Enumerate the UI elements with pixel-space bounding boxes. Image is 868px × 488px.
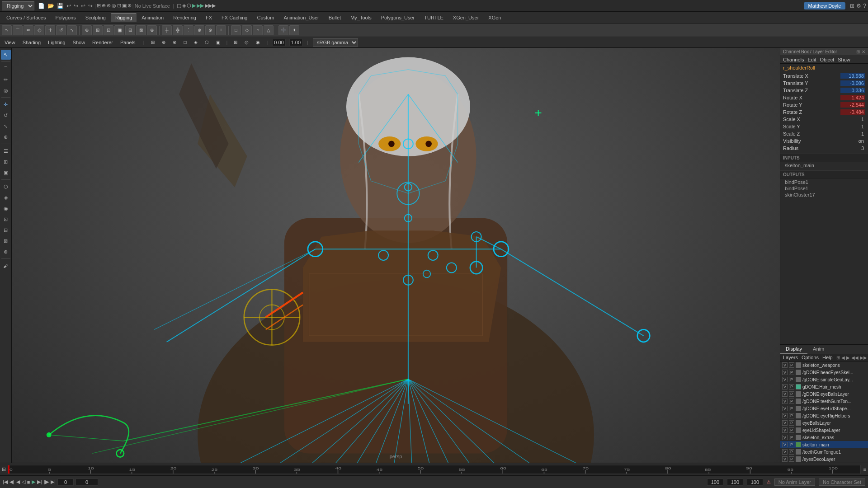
viewport[interactable]: Translate persp	[12, 48, 780, 463]
layer-help-menu[interactable]: Help	[822, 355, 833, 360]
layer-visibility-2[interactable]: V	[782, 377, 788, 382]
tl-icon1[interactable]: ⊞	[2, 466, 6, 472]
shelf-ik5-icon[interactable]: ⊠	[136, 25, 146, 35]
layer-pickable-3[interactable]: P	[789, 384, 794, 389]
shelf-ik3-icon[interactable]: ▣	[114, 25, 124, 35]
menu-icon7[interactable]: ⊛	[127, 3, 132, 9]
vt-val2[interactable]: 1.00	[289, 39, 302, 46]
channel-row-1[interactable]: Translate Y-0.086	[780, 80, 868, 87]
layer-visibility-6[interactable]: V	[782, 406, 788, 411]
shelf-scale-icon[interactable]: ⤡	[67, 25, 77, 35]
layer-pickable-11[interactable]: P	[789, 442, 794, 447]
settings-icon[interactable]: ⚙	[856, 3, 861, 9]
toolbar-icon-a[interactable]: ▢	[177, 3, 181, 9]
channel-value-4[interactable]: -2.544	[840, 102, 865, 108]
lp-icon2[interactable]: ◀	[841, 355, 845, 360]
cb-close-icon[interactable]: ✕	[862, 49, 865, 54]
layer-row-11[interactable]: VPskelton_main	[780, 441, 868, 448]
tab-xgen-user[interactable]: XGen_User	[448, 14, 483, 22]
no-anim-layer-badge[interactable]: No Anim Layer	[774, 479, 815, 486]
colorspace-dropdown[interactable]: sRGB gamma	[313, 38, 358, 47]
object-menu[interactable]: Object	[820, 57, 834, 62]
toolbar-icon-f[interactable]: ▶▶▶	[205, 3, 216, 9]
shelf-ik6-icon[interactable]: ⊛	[147, 25, 157, 35]
layer-visibility-0[interactable]: V	[782, 362, 788, 368]
layer-visibility-5[interactable]: V	[782, 399, 788, 404]
layer-row-9[interactable]: VPeyeLidShapeLayer	[780, 427, 868, 434]
tab-polygons[interactable]: Polygons	[51, 14, 80, 22]
render6-icon[interactable]: ⊠	[1, 236, 11, 246]
layer-pickable-2[interactable]: P	[789, 377, 794, 382]
tab-turtle[interactable]: TURTLE	[420, 14, 448, 22]
lasso-tool[interactable]: ⌒	[1, 64, 11, 74]
layers-menu[interactable]: Layers	[783, 355, 798, 360]
channel-value-3[interactable]: 1.424	[840, 95, 865, 100]
select-tool[interactable]: ↖	[1, 50, 11, 60]
channel-row-6[interactable]: Scale X1	[780, 116, 868, 123]
menu-icon2[interactable]: ⊕	[102, 3, 106, 9]
layer-pickable-6[interactable]: P	[789, 406, 794, 411]
rotate-tool[interactable]: ↺	[1, 110, 11, 120]
layout-icon[interactable]: ⊞	[850, 3, 854, 9]
start-frame-input[interactable]	[57, 479, 74, 486]
channels-menu[interactable]: Channels	[783, 57, 804, 62]
layer-visibility-1[interactable]: V	[782, 370, 788, 375]
toolbar-icon-b[interactable]: ◈	[182, 3, 186, 9]
layer-pickable-5[interactable]: P	[789, 399, 794, 404]
layer-row-8[interactable]: VPeyeBallsLayer	[780, 419, 868, 427]
channel-value-7[interactable]: 1	[840, 124, 865, 129]
shelf-con2-icon[interactable]: ╬	[173, 25, 183, 35]
tl-icon2[interactable]: ≡	[863, 467, 866, 472]
toolbar-icon-e[interactable]: ▶▶	[197, 3, 204, 9]
vt-icon9[interactable]: ◎	[243, 39, 250, 46]
undo2-icon[interactable]: ↩	[80, 2, 86, 9]
snap-icon[interactable]: ⊞	[1, 157, 11, 167]
play-back-btn[interactable]: ◁	[22, 479, 25, 485]
channel-row-8[interactable]: Scale Z1	[780, 130, 868, 137]
layer-visibility-9[interactable]: V	[782, 427, 788, 433]
tab-fx-caching[interactable]: FX Caching	[217, 14, 252, 22]
menu-icon3[interactable]: ⊗	[107, 3, 111, 9]
current-frame-input[interactable]	[75, 479, 98, 486]
show-menu-cb[interactable]: Show	[838, 57, 850, 62]
layer-visibility-13[interactable]: V	[782, 456, 788, 462]
layer-row-13[interactable]: VP/eyesDecoLayer	[780, 455, 868, 463]
vt-icon4[interactable]: □	[182, 39, 188, 46]
layer-row-12[interactable]: VP/teethGumTongue1	[780, 448, 868, 455]
vt-icon2[interactable]: ⊕	[160, 39, 167, 46]
channel-row-2[interactable]: Translate Z0.336	[780, 87, 868, 94]
lp-icon4[interactable]: ◀◀	[851, 355, 859, 360]
next-frame-btn[interactable]: ▶|	[37, 479, 42, 485]
menu-icon4[interactable]: ◎	[112, 3, 116, 9]
go-end-btn[interactable]: ▶|	[51, 479, 56, 485]
channel-value-2[interactable]: 0.336	[840, 88, 865, 93]
render4-icon[interactable]: ⊡	[1, 214, 11, 224]
layer-pickable-9[interactable]: P	[789, 427, 794, 433]
shelf-d4-icon[interactable]: △	[264, 25, 274, 35]
vt-icon8[interactable]: ⊞	[232, 39, 239, 46]
save-icon[interactable]: 💾	[56, 2, 65, 9]
lp-icon3[interactable]: ▶	[846, 355, 850, 360]
tab-animation[interactable]: Animation	[137, 14, 168, 22]
playback-start-input[interactable]	[707, 479, 723, 486]
go-start-btn[interactable]: |◀	[3, 479, 8, 485]
undo-icon[interactable]: ↩	[66, 2, 72, 9]
paint-tool[interactable]: 🖌	[1, 261, 11, 271]
layer-row-10[interactable]: VPskeleton_extras	[780, 434, 868, 441]
tab-sculpting[interactable]: Sculpting	[81, 14, 110, 22]
display-tab[interactable]: Display	[780, 345, 807, 354]
shelf-lasso-icon[interactable]: ⌒	[13, 25, 23, 35]
vt-edit-val[interactable]: 0.00	[272, 39, 285, 46]
no-char-set-badge[interactable]: No Character Set	[819, 479, 865, 486]
render-icon[interactable]: ⬡	[1, 182, 11, 192]
channel-value-5[interactable]: -0.484	[840, 109, 865, 115]
vt-icon3[interactable]: ⊗	[171, 39, 178, 46]
stop-btn[interactable]: ■	[27, 479, 30, 485]
lighting-menu[interactable]: Lighting	[46, 39, 67, 46]
layer-row-7[interactable]: VP/gDONE:eyeRigHelpers	[780, 412, 868, 419]
layer-visibility-8[interactable]: V	[782, 420, 788, 426]
toolbar-icon-c[interactable]: ⬡	[187, 3, 191, 9]
layer-visibility-10[interactable]: V	[782, 435, 788, 440]
universal-tool[interactable]: ⊕	[1, 132, 11, 142]
prev-frame-btn[interactable]: ◀	[16, 479, 20, 485]
